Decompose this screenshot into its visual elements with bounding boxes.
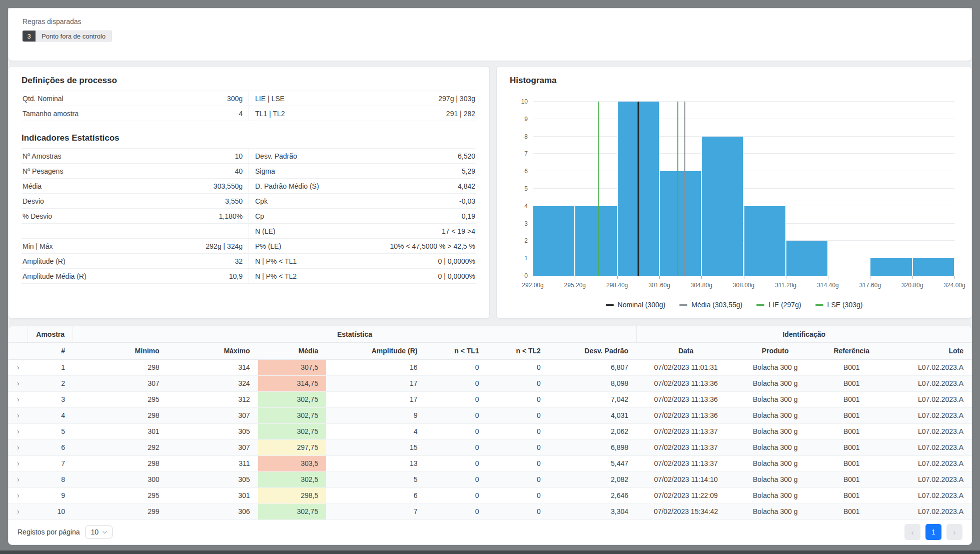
- x-axis-label: 301.60g: [648, 282, 670, 289]
- cell-ntl1: 0: [425, 455, 487, 471]
- table-row: ›10299306302,757003,30407/02/2023 15:34:…: [9, 503, 971, 519]
- x-axis-label: 311.20g: [775, 282, 797, 289]
- cell-desv: 2,646: [549, 487, 636, 503]
- cell-produto: Bolacha 300 g: [735, 391, 815, 407]
- y-axis-label: 8: [524, 133, 528, 140]
- cell-max: 324: [168, 375, 258, 391]
- cell-produto: Bolacha 300 g: [735, 455, 815, 471]
- stat-label: Desv. Padrão: [255, 152, 458, 160]
- cell-data: 07/02/2023 11:01:31: [636, 359, 735, 375]
- cell-ntl1: 0: [425, 375, 487, 391]
- cell-data: 07/02/2023 11:13:36: [636, 407, 735, 423]
- cell-min: 298: [73, 359, 168, 375]
- cell-amplitude: 4: [326, 423, 425, 439]
- cell-lote: L07.02.2023.A: [888, 487, 971, 503]
- stat-value: 297g | 303g: [438, 95, 475, 103]
- stat-label: Cpk: [255, 197, 459, 205]
- stat-value: 1,180%: [219, 212, 243, 220]
- expand-row-icon[interactable]: ›: [17, 427, 20, 435]
- process-definitions-table: Qtd. Nominal300gLIE | LSE297g | 303gTama…: [22, 91, 476, 121]
- x-axis-tick: [617, 276, 618, 279]
- cell-media: 298,5: [258, 487, 327, 503]
- refline-m-dia-303-55g: [684, 102, 685, 276]
- x-axis-tick: [870, 276, 870, 279]
- cell-ref: B001: [815, 407, 888, 423]
- cell-desv: 4,031: [549, 407, 636, 423]
- statistical-indicators-title: Indicadores Estatísticos: [22, 133, 476, 143]
- cell-lote: L07.02.2023.A: [888, 455, 971, 471]
- legend-label: Média (303,55g): [691, 301, 742, 309]
- cell-ref: B001: [815, 455, 888, 471]
- legend-label: Nominal (300g): [618, 301, 666, 309]
- table-row: ›5301305302,754002,06207/02/2023 11:13:3…: [9, 423, 971, 439]
- cell-ref: B001: [815, 359, 888, 375]
- expand-row-icon[interactable]: ›: [17, 443, 20, 451]
- x-axis-tick: [575, 276, 575, 279]
- x-axis-label: 292.00g: [522, 282, 543, 289]
- stat-label: N (LE): [255, 227, 442, 235]
- prev-page-button[interactable]: ‹: [904, 524, 920, 540]
- column-header: n < TL2: [487, 342, 549, 359]
- x-axis-tick: [533, 276, 533, 279]
- group-header: Estatística: [73, 326, 636, 342]
- stat-row: Amplitude (R)32N | P% < TL10 | 0,0000%: [22, 254, 476, 269]
- x-axis-label: 295.20g: [564, 282, 586, 289]
- cell-max: 306: [168, 503, 258, 519]
- cell-data: 07/02/2023 11:13:37: [636, 423, 735, 439]
- page-button-current[interactable]: 1: [925, 524, 941, 540]
- cell-ntl1: 0: [425, 471, 487, 487]
- legend-label: LIE (297g): [768, 301, 801, 309]
- expand-row-icon[interactable]: ›: [17, 475, 20, 483]
- cell-desv: 6,807: [549, 359, 636, 375]
- cell-max: 312: [168, 391, 258, 407]
- stat-value: 10: [235, 152, 243, 160]
- stat-value: 292g | 324g: [206, 242, 243, 250]
- x-axis-label: 320.80g: [901, 282, 923, 289]
- cell-lote: L07.02.2023.A: [888, 407, 971, 423]
- stat-row: N (LE)17 < 19 >4: [22, 224, 476, 239]
- pagination: ‹ 1 ›: [904, 524, 962, 540]
- expand-row-icon[interactable]: ›: [17, 379, 20, 387]
- table-row: ›3295312302,7517007,04207/02/2023 11:13:…: [9, 391, 971, 407]
- cell-media: 302,75: [258, 391, 327, 407]
- stat-label: Amplitude (R): [23, 257, 235, 265]
- cell-produto: Bolacha 300 g: [735, 375, 815, 391]
- stat-row: Nº Amostras10Desv. Padrão6,520: [22, 149, 476, 164]
- stat-label: LIE | LSE: [255, 95, 438, 103]
- cell-data: 07/02/2023 15:34:42: [636, 503, 735, 519]
- triggered-rule[interactable]: 3 Ponto fora de controlo: [23, 31, 112, 42]
- cell-num: 5: [28, 423, 73, 439]
- samples-table-panel: AmostraEstatísticaIdentificação#MínimoMá…: [8, 326, 972, 545]
- next-page-button[interactable]: ›: [946, 524, 962, 540]
- expand-row-icon[interactable]: ›: [17, 491, 20, 499]
- expand-row-icon[interactable]: ›: [17, 459, 20, 467]
- expand-row-icon[interactable]: ›: [17, 507, 20, 515]
- cell-min: 298: [73, 455, 168, 471]
- stat-label: Qtd. Nominal: [23, 95, 227, 103]
- expand-row-icon[interactable]: ›: [17, 411, 20, 419]
- cell-data: 07/02/2023 11:13:36: [636, 391, 735, 407]
- table-group-header-row: AmostraEstatísticaIdentificação: [9, 326, 971, 342]
- stat-label: Min | Máx: [23, 242, 206, 250]
- per-page-control: Registos por página 10: [18, 525, 113, 538]
- cell-desv: 2,062: [549, 423, 636, 439]
- group-header: [9, 326, 28, 342]
- cell-data: 07/02/2023 11:13:37: [636, 455, 735, 471]
- cell-max: 307: [168, 407, 258, 423]
- cell-lote: L07.02.2023.A: [888, 439, 971, 455]
- page-size-select[interactable]: 10: [85, 525, 113, 538]
- rule-count-badge: 3: [23, 31, 36, 42]
- expand-row-icon[interactable]: ›: [17, 363, 20, 371]
- cell-lote: L07.02.2023.A: [888, 375, 971, 391]
- stat-row: Amplitude Média (R̄)10,9N | P% < TL20 | …: [22, 269, 476, 284]
- table-footer: Registos por página 10 ‹ 1 ›: [9, 520, 971, 545]
- histogram-bar: [533, 206, 575, 276]
- stat-label: Amplitude Média (R̄): [23, 272, 229, 280]
- x-axis-tick: [744, 276, 744, 279]
- expand-row-icon[interactable]: ›: [17, 395, 20, 403]
- cell-max: 305: [168, 423, 258, 439]
- cell-ntl2: 0: [487, 455, 549, 471]
- stat-row: Desvio3,550Cpk-0,03: [22, 194, 476, 209]
- stat-value: 10,9: [229, 272, 243, 280]
- cell-num: 6: [28, 439, 73, 455]
